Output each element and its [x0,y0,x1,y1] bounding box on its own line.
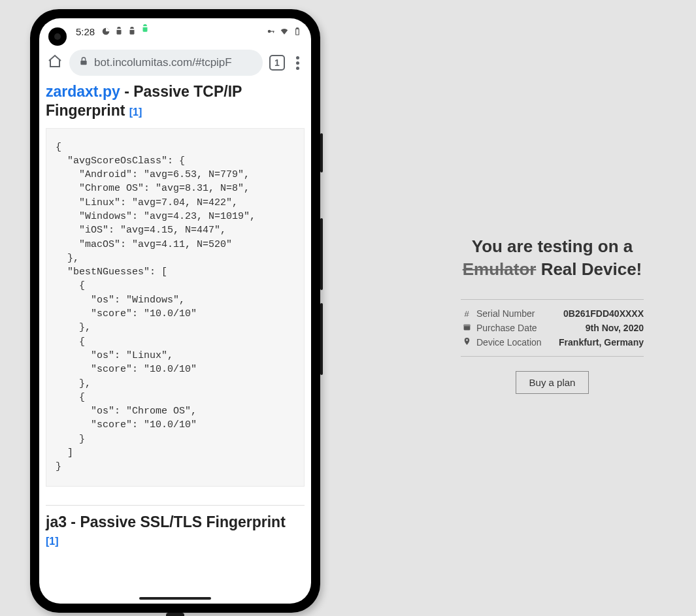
info-value: Frankfurt, Germany [559,337,644,348]
android-icon-2 [127,27,137,36]
panel-heading-strike: Emulator [463,259,537,279]
tab-count-value: 1 [274,57,280,68]
battery-icon [293,27,302,36]
svg-rect-5 [297,28,298,29]
heading-reference[interactable]: [1] [129,106,142,118]
nav-handle[interactable] [139,597,211,600]
page-heading-2: ja3 - Passive SSL/TLS Fingerprint [1] [43,512,307,550]
phone-camera [48,27,67,46]
svg-rect-4 [296,29,299,35]
info-rows: # Serial Number 0B261FDD40XXXX Purchase … [461,299,644,357]
info-row-location: Device Location Frankfurt, Germany [461,335,644,349]
info-label: Purchase Date [476,323,537,333]
wifi-icon [280,27,289,36]
panel-heading-after: Real Device! [536,259,642,279]
phone-side-button-1 [320,133,323,172]
status-time: 5:28 [76,26,95,37]
info-row-serial: # Serial Number 0B261FDD40XXXX [461,306,644,321]
info-row-purchase: Purchase Date 9th Nov, 2020 [461,321,644,335]
heading2-reference[interactable]: [1] [46,536,59,547]
device-info-panel: You are testing on a Emulator Real Devic… [461,235,644,394]
status-dot-icon [101,27,110,36]
lock-icon [78,56,89,70]
info-value: 9th Nov, 2020 [586,323,644,333]
android-icon-green [141,24,150,35]
divider [46,505,305,506]
info-label: Device Location [476,337,542,348]
page-content[interactable]: zardaxt.py - Passive TCP/IP Fingerprint … [39,81,311,604]
hash-icon: # [461,309,472,319]
status-right-icons [267,27,302,36]
svg-rect-8 [463,325,470,327]
heading2-text: ja3 - Passive SSL/TLS Fingerprint [46,513,286,530]
status-bar: 5:28 [39,18,311,44]
info-value: 0B261FDD40XXXX [563,308,644,319]
overflow-menu-icon[interactable] [291,56,303,70]
android-icon-1 [114,27,124,36]
calendar-icon [461,323,472,333]
status-left-icons [101,26,150,37]
url-bar[interactable]: bot.incolumitas.com/#tcpipF [69,50,263,76]
svg-rect-6 [80,60,86,65]
info-label: Serial Number [476,308,535,319]
svg-point-1 [268,30,271,33]
phone-side-button-2 [320,218,323,290]
home-icon[interactable] [47,54,63,72]
svg-rect-3 [273,31,274,33]
tab-switcher[interactable]: 1 [269,55,285,71]
phone-side-button-3 [320,303,323,375]
browser-toolbar: bot.incolumitas.com/#tcpipF 1 [39,44,311,81]
panel-heading: You are testing on a Emulator Real Devic… [461,235,644,281]
phone-screen: 5:28 [39,18,311,604]
buy-plan-button[interactable]: Buy a plan [516,371,589,394]
vpn-key-icon [267,27,276,36]
url-text: bot.incolumitas.com/#tcpipF [94,56,232,69]
phone-frame: 5:28 [30,9,320,613]
page-heading-1: zardaxt.py - Passive TCP/IP Fingerprint … [43,81,307,122]
panel-heading-line1: You are testing on a [472,236,633,256]
code-block: { "avgScoreOsClass": { "Android": "avg=6… [46,128,305,487]
location-icon [461,337,472,348]
phone-cable [166,613,184,616]
heading-link[interactable]: zardaxt.py [46,83,120,100]
